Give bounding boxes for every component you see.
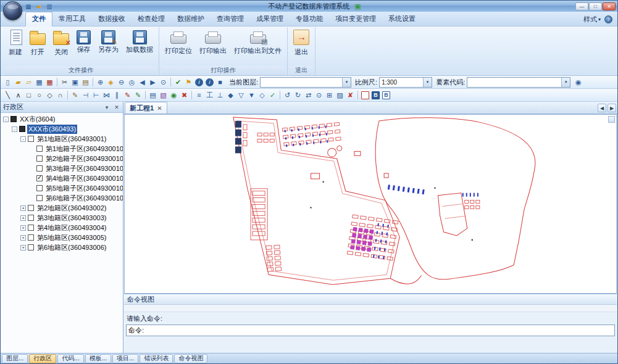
snap-edge-icon[interactable]: ▼ [246, 90, 257, 100]
tree-checkbox[interactable] [36, 165, 43, 172]
chevron-down-icon[interactable]: ▾ [561, 78, 570, 87]
print-output-button[interactable]: 打印输出 [196, 27, 230, 56]
tree-node[interactable]: 第4地籍子区(360493001004) [1, 173, 123, 183]
draw-polygon-icon[interactable]: ◇ [44, 90, 55, 100]
tree-checkbox[interactable] [28, 234, 34, 241]
validate-icon[interactable]: ✔ [173, 77, 183, 87]
info-icon[interactable]: i [195, 78, 203, 86]
draw-rect-icon[interactable]: □ [23, 90, 34, 100]
chevron-down-icon[interactable]: ▾ [103, 104, 111, 111]
zoom-window-icon[interactable]: ⊙ [158, 77, 169, 87]
tree-checkbox[interactable] [36, 155, 43, 162]
tab-scroll-right-icon[interactable]: ▶ [608, 104, 616, 112]
tree-node[interactable]: 第3地籍子区(360493001003) [1, 163, 123, 173]
status-tab-admin-region[interactable]: 行政区 [29, 354, 56, 363]
ribbon-tab-system-settings[interactable]: 系统设置 [382, 12, 422, 26]
status-tab-layers[interactable]: 图层... [2, 354, 28, 363]
tree-node[interactable]: 第2地籍子区(360493001002) [1, 154, 123, 163]
search-code-icon[interactable]: ◉ [573, 77, 583, 87]
status-tab-error-list[interactable]: 错误列表 [140, 354, 173, 363]
ribbon-tab-check-process[interactable]: 检查处理 [132, 12, 171, 26]
expand-icon[interactable]: + [20, 205, 26, 211]
undo-icon[interactable]: ↺ [282, 90, 293, 100]
tree-node[interactable]: 第5地籍子区(360493001005) [1, 183, 123, 193]
ribbon-tab-file[interactable]: 文件 [25, 12, 52, 27]
tree-node[interactable]: +第2地籍区(360493002) [1, 203, 123, 213]
tree-checkbox[interactable] [36, 175, 43, 181]
save-all-icon[interactable]: ▦ [44, 77, 55, 87]
tree-node[interactable]: 第1地籍子区(360493001001) [1, 144, 123, 154]
tree-checkbox[interactable] [28, 136, 34, 142]
ribbon-tab-data-maintain[interactable]: 数据维护 [171, 12, 211, 26]
chevron-down-icon[interactable]: ▾ [342, 78, 351, 87]
zoom-extent-icon[interactable]: ◎ [127, 77, 137, 87]
extend-icon[interactable]: ⊣ [80, 90, 91, 100]
tree-node[interactable]: -XXX市(360493) [1, 124, 123, 134]
open-icon[interactable]: ▰ [13, 77, 23, 87]
map-overview-button[interactable] [608, 116, 615, 123]
new-icon[interactable]: ▯ [2, 77, 13, 87]
edit-red-icon[interactable]: ✎ [122, 90, 133, 100]
draw-ellipse-icon[interactable]: ○ [34, 90, 44, 100]
expand-icon[interactable]: + [20, 215, 26, 221]
ribbon-tab-common-tools[interactable]: 常用工具 [52, 12, 92, 26]
collapse-icon[interactable]: - [12, 126, 17, 132]
redo-icon[interactable]: ↻ [293, 90, 303, 100]
blue-fill-swatch[interactable]: B [372, 91, 380, 99]
ribbon-tab-data-receive[interactable]: 数据接收 [92, 12, 132, 26]
tree-checkbox[interactable] [36, 185, 43, 191]
tree-node[interactable]: -第1地籍区(360493001) [1, 134, 123, 144]
stop-icon[interactable]: ■ [215, 77, 225, 87]
edit-green-icon[interactable]: ✎ [133, 90, 143, 100]
close-button[interactable]: ✕ [603, 2, 616, 10]
document-tab[interactable]: 新工程1 ✕ [125, 102, 167, 114]
draw-polyline-icon[interactable]: ∧ [13, 90, 23, 100]
load-data-button[interactable]: →加载数据 [122, 27, 157, 55]
flag-icon[interactable]: ⚑ [183, 77, 194, 87]
status-tab-command-view[interactable]: 命令视图 [174, 354, 207, 363]
print-to-file-button[interactable]: ▤打印输出到文件 [230, 27, 285, 56]
identify-icon[interactable]: i [206, 78, 214, 86]
tree-checkbox[interactable] [28, 244, 34, 250]
collapse-icon[interactable]: - [20, 136, 26, 142]
minimize-button[interactable]: — [575, 2, 588, 10]
parallel-icon[interactable]: ∥ [112, 90, 122, 100]
tab-scroll-left-icon[interactable]: ◀ [598, 104, 606, 112]
tree-node[interactable]: -XX市(3604) [1, 114, 123, 124]
tree-checkbox[interactable] [19, 126, 25, 132]
close-button[interactable]: ✕关闭 [49, 27, 73, 57]
text-icon[interactable]: 工 [204, 90, 215, 100]
save-as-button[interactable]: ✎另存为 [94, 27, 122, 55]
ribbon-tab-project-change[interactable]: 项目变更管理 [329, 12, 382, 26]
tree-node[interactable]: +第6地籍区(360493006) [1, 242, 123, 252]
map-canvas[interactable] [124, 114, 617, 294]
expand-icon[interactable]: + [20, 235, 26, 241]
new-button[interactable]: 新建 [5, 27, 26, 57]
draw-line-icon[interactable]: ╲ [2, 90, 13, 100]
node-edit-icon[interactable]: ✎ [70, 90, 80, 100]
confirm-icon[interactable]: ✓ [267, 90, 278, 100]
forward-icon[interactable]: ▶ [148, 77, 158, 87]
tab-close-icon[interactable]: ✕ [157, 105, 162, 112]
boundary-color-swatch[interactable] [361, 91, 369, 99]
cut-icon[interactable]: ✂ [59, 77, 70, 87]
save-icon[interactable]: ▦ [34, 77, 44, 87]
current-layer-combo[interactable]: ▾ [260, 77, 351, 88]
grid-icon[interactable]: ⊞ [324, 90, 335, 100]
layers-icon[interactable]: ▤ [148, 90, 158, 100]
tree-node[interactable]: +第4地籍区(360493004) [1, 223, 123, 233]
style-button[interactable]: 样式▾ [583, 15, 601, 24]
help-icon[interactable]: ? [604, 15, 612, 23]
expand-icon[interactable]: + [20, 225, 26, 231]
tree-node[interactable]: 第6地籍子区(360493001006) [1, 193, 123, 203]
tree-checkbox[interactable] [28, 225, 34, 231]
status-tab-templates[interactable]: 模板... [85, 354, 111, 363]
hatch-icon[interactable]: ▨ [335, 90, 345, 100]
split-icon[interactable]: ⋈ [101, 90, 112, 100]
copy-icon[interactable]: ▣ [70, 77, 80, 87]
tree-checkbox[interactable] [36, 195, 43, 201]
ribbon-tab-thematic[interactable]: 专题功能 [290, 12, 329, 26]
panel-close-icon[interactable]: ✕ [113, 104, 120, 111]
region-icon[interactable]: ◉ [169, 90, 179, 100]
ribbon-tab-query-manage[interactable]: 查询管理 [211, 12, 250, 26]
